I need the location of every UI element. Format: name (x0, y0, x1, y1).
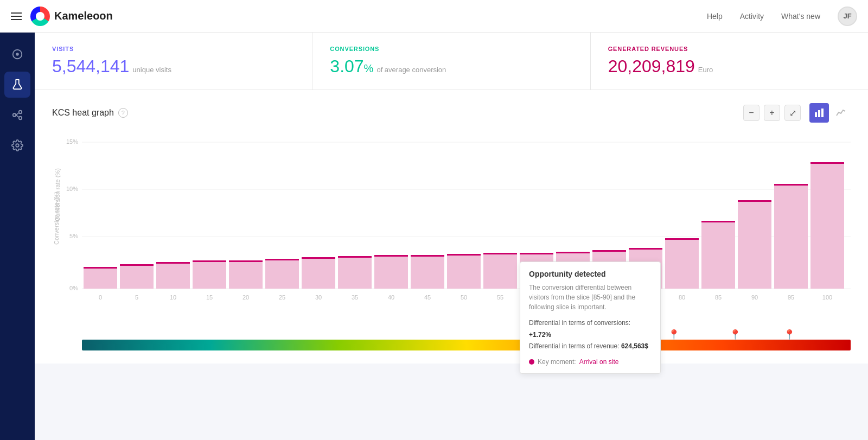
bar-0: 0 (84, 267, 117, 301)
zoom-out-button[interactable]: − (743, 105, 760, 121)
svg-text:0: 0 (99, 294, 102, 301)
bar-2: 10 (156, 262, 190, 301)
svg-point-3 (13, 113, 16, 117)
svg-text:50: 50 (461, 294, 467, 301)
stats-bar: VISITS 5,544,141 unique visits CONVERSIO… (35, 33, 868, 90)
user-avatar[interactable]: JF (838, 7, 857, 26)
svg-text:10%: 10% (66, 186, 78, 192)
tooltip-metrics: Differential in terms of conversions: +1… (529, 317, 652, 353)
svg-rect-29 (193, 262, 226, 289)
revenues-number: 20,209,819 (608, 56, 695, 76)
bar-17: 85 (701, 221, 735, 301)
visits-suffix: unique visits (132, 66, 171, 74)
svg-text:25: 25 (279, 294, 285, 301)
svg-rect-63 (592, 250, 626, 252)
svg-rect-73 (738, 202, 771, 289)
tooltip-title: Opportunity detected (529, 270, 652, 278)
svg-text:30: 30 (315, 294, 322, 301)
svg-text:85: 85 (715, 294, 722, 301)
heatmap-pin-3: 📍 (783, 329, 795, 341)
logo-icon (30, 7, 50, 26)
bar-9: 45 (411, 255, 444, 301)
visits-stat: VISITS 5,544,141 unique visits (35, 33, 312, 90)
visits-label: VISITS (52, 46, 295, 52)
chart-section: KCS heat graph ? − + ⤢ (35, 90, 868, 364)
svg-rect-60 (556, 252, 590, 253)
bars-group: 0 5 10 15 (84, 162, 844, 301)
diff-conversions-label: Differential in terms of conversions: (529, 319, 630, 327)
bar-18: 90 (738, 200, 771, 301)
chart-controls: − + ⤢ (743, 105, 801, 121)
chart-title-area: KCS heat graph ? (52, 108, 128, 118)
sidebar-item-settings[interactable] (4, 132, 30, 158)
svg-rect-68 (665, 238, 699, 240)
bar-5: 25 (265, 259, 299, 301)
key-moment-label: Key moment: (538, 358, 576, 366)
svg-rect-51 (447, 254, 481, 256)
svg-rect-11 (821, 109, 824, 117)
expand-button[interactable]: ⤢ (784, 105, 801, 121)
bar-6: 30 (302, 257, 335, 301)
svg-rect-48 (411, 255, 444, 257)
help-icon[interactable]: ? (118, 108, 128, 118)
revenues-stat: GENERATED REVENUES 20,209,819 Euro (591, 33, 868, 90)
svg-rect-41 (338, 258, 372, 289)
svg-rect-38 (302, 259, 335, 289)
svg-point-5 (19, 117, 22, 120)
svg-rect-70 (701, 222, 735, 289)
svg-text:0%: 0% (69, 285, 78, 291)
svg-rect-35 (265, 260, 299, 289)
svg-rect-77 (774, 184, 808, 186)
svg-rect-32 (229, 262, 263, 289)
svg-line-6 (16, 113, 19, 115)
zoom-in-button[interactable]: + (764, 105, 780, 121)
chart-area: Conversion rate (%) 15% 10% 5% 0% (52, 131, 851, 337)
main-content: VISITS 5,544,141 unique visits CONVERSIO… (35, 33, 868, 440)
svg-text:95: 95 (788, 294, 794, 301)
heatmap-pin-1: 📍 (668, 329, 680, 341)
svg-rect-24 (120, 264, 154, 266)
heatmap-container: 📍 📍 📍 (82, 340, 851, 350)
svg-rect-42 (338, 256, 372, 258)
conversions-label: CONVERSIONS (330, 46, 572, 52)
svg-text:55: 55 (497, 294, 503, 301)
top-navigation: Kameleoon Help Activity What's new JF (0, 0, 868, 33)
sidebar-item-segments[interactable] (4, 102, 30, 128)
bar-11: 55 (483, 253, 517, 301)
bar-19: 95 (774, 184, 808, 301)
help-link[interactable]: Help (707, 12, 723, 21)
svg-rect-27 (156, 262, 190, 264)
svg-text:35: 35 (352, 294, 358, 301)
sidebar-item-dashboard[interactable] (4, 41, 30, 67)
bar-4: 20 (229, 260, 263, 301)
svg-rect-30 (193, 260, 226, 262)
line-chart-button[interactable] (831, 103, 851, 123)
svg-rect-57 (520, 253, 553, 254)
svg-rect-80 (810, 162, 844, 164)
svg-point-1 (16, 53, 19, 56)
bar-chart-button[interactable] (809, 103, 829, 123)
heatmap-gradient-bar (82, 340, 851, 350)
sidebar-item-experiments[interactable] (4, 72, 30, 98)
svg-text:Conversion rate (%): Conversion rate (%) (53, 192, 60, 245)
revenues-label: GENERATED REVENUES (608, 46, 851, 52)
bar-7: 35 (338, 256, 372, 301)
svg-rect-26 (156, 264, 190, 289)
sidebar (0, 33, 35, 440)
svg-rect-53 (483, 254, 517, 289)
opportunity-tooltip: Opportunity detected The conversion diff… (520, 262, 661, 374)
tooltip-key: Key moment: Arrival on site (529, 358, 652, 366)
svg-text:15: 15 (206, 294, 213, 301)
svg-rect-9 (815, 112, 817, 117)
svg-text:40: 40 (388, 294, 394, 301)
svg-text:5: 5 (135, 294, 138, 301)
diff-conversions-value: +1.72% (529, 331, 551, 339)
whats-new-link[interactable]: What's new (781, 12, 820, 21)
activity-link[interactable]: Activity (740, 12, 764, 21)
hamburger-menu[interactable] (11, 12, 22, 20)
conversions-stat: CONVERSIONS 3.07% of average conversion (312, 33, 590, 90)
svg-point-8 (16, 144, 19, 147)
svg-rect-74 (738, 200, 771, 202)
svg-rect-79 (810, 164, 844, 289)
bar-1: 5 (120, 264, 154, 301)
